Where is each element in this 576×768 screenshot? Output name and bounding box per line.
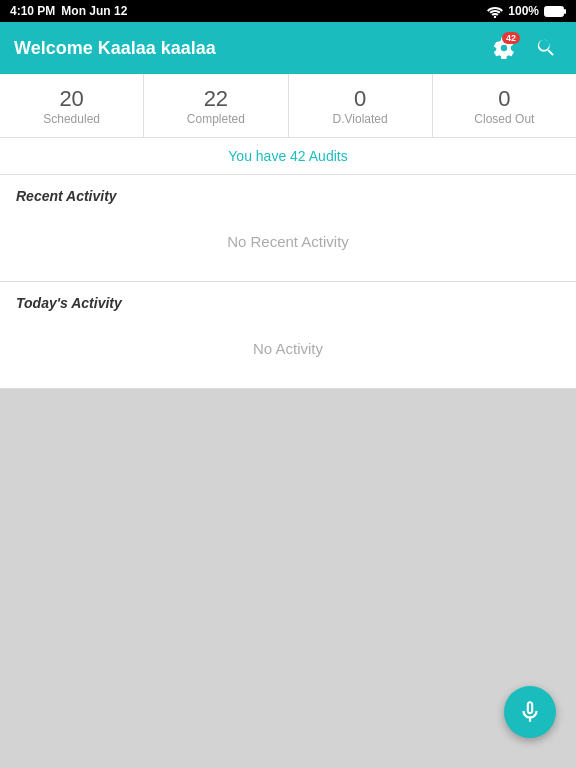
stat-number: 0 <box>354 86 366 112</box>
stat-number: 0 <box>498 86 510 112</box>
empty-message: No Recent Activity <box>227 233 349 250</box>
audit-banner: You have 42 Audits <box>0 138 576 175</box>
stat-label: Closed Out <box>474 112 534 126</box>
time-display: 4:10 PM <box>10 4 55 18</box>
stat-label: D.Violated <box>333 112 388 126</box>
stat-number: 20 <box>59 86 83 112</box>
activity-section: Recent Activity No Recent Activity <box>0 175 576 282</box>
header-icons: 42 <box>488 32 562 64</box>
section-header: Recent Activity <box>0 175 576 213</box>
content-area: Recent Activity No Recent Activity Today… <box>0 175 576 389</box>
header-title: Welcome Kaalaa kaalaa <box>14 38 216 59</box>
status-bar-right: 100% <box>487 4 566 18</box>
stat-number: 22 <box>204 86 228 112</box>
status-bar-left: 4:10 PM Mon Jun 12 <box>10 4 127 18</box>
battery-icon <box>544 4 566 18</box>
section-content: No Recent Activity <box>0 213 576 281</box>
svg-point-0 <box>494 16 496 18</box>
stats-row: 20 Scheduled 22 Completed 0 D.Violated 0… <box>0 74 576 138</box>
svg-rect-2 <box>564 9 566 14</box>
wifi-icon <box>487 4 503 18</box>
section-content: No Activity <box>0 320 576 388</box>
stat-item: 0 Closed Out <box>433 74 576 137</box>
section-header: Today's Activity <box>0 282 576 320</box>
empty-message: No Activity <box>253 340 323 357</box>
activity-section: Today's Activity No Activity <box>0 282 576 389</box>
date-display: Mon Jun 12 <box>61 4 127 18</box>
svg-rect-1 <box>545 7 564 17</box>
status-bar: 4:10 PM Mon Jun 12 100% <box>0 0 576 22</box>
app-header: Welcome Kaalaa kaalaa 42 <box>0 22 576 74</box>
stat-item: 20 Scheduled <box>0 74 144 137</box>
settings-button[interactable]: 42 <box>488 32 520 64</box>
stat-label: Completed <box>187 112 245 126</box>
section-title: Recent Activity <box>16 188 117 204</box>
battery-label: 100% <box>508 4 539 18</box>
notification-badge: 42 <box>502 32 520 44</box>
section-title: Today's Activity <box>16 295 122 311</box>
stat-label: Scheduled <box>43 112 100 126</box>
microphone-fab[interactable] <box>504 686 556 738</box>
stat-item: 22 Completed <box>144 74 288 137</box>
search-button[interactable] <box>530 32 562 64</box>
stat-item: 0 D.Violated <box>289 74 433 137</box>
